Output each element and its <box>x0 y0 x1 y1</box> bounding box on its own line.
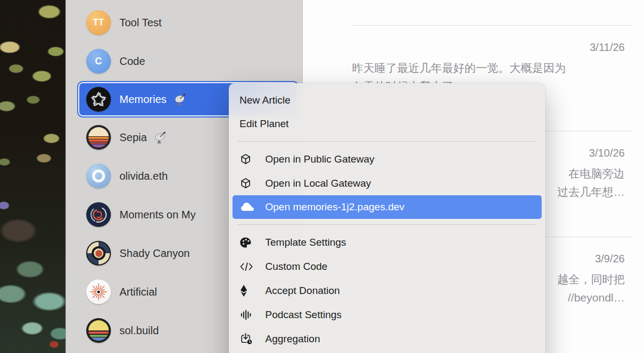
menu-item-label: Edit Planet <box>239 118 289 130</box>
planet-avatar-moments <box>86 202 111 227</box>
cube-icon <box>239 177 257 190</box>
sidebar-item-label: Code <box>119 55 145 68</box>
sidebar-item-label: Moments on My <box>119 209 196 221</box>
sidebar-item-label: olivida.eth <box>119 170 168 182</box>
sidebar-item-label: Artificial <box>119 286 157 298</box>
sidebar-item-code[interactable]: CCode <box>66 42 302 80</box>
planet-avatar-code: C <box>86 49 111 73</box>
sidebar-item-label: Shady Canyon <box>119 247 190 260</box>
menu-item-custom-code[interactable]: Custom Code <box>229 254 545 278</box>
menu-item-label: Aggregation <box>265 333 320 345</box>
planet-avatar-solbuild <box>86 318 111 343</box>
planet-avatar-sepia <box>86 125 111 150</box>
menu-item-edit-planet[interactable]: Edit Planet <box>229 112 545 136</box>
article-date: 3/11/26 <box>352 40 632 55</box>
menu-item-label: Podcast Settings <box>265 309 342 321</box>
menu-item-aggregation[interactable]: Aggregation <box>229 327 545 351</box>
sidebar-item-tool-test[interactable]: TTTool Test <box>66 3 302 42</box>
waveform-icon <box>239 308 257 321</box>
satellite-icon <box>153 131 168 144</box>
menu-separator <box>237 224 537 225</box>
code-brackets-icon <box>239 260 257 273</box>
desktop-wallpaper <box>0 0 65 353</box>
menu-item-open-in-local-gateway[interactable]: Open in Local Gateway <box>229 171 545 195</box>
planet-avatar-olivida <box>86 164 111 188</box>
menu-item-new-article[interactable]: New Article <box>229 89 545 112</box>
menu-item-label: Custom Code <box>265 261 327 273</box>
sidebar-item-label: Tool Test <box>119 17 162 29</box>
cloudflare-cloud-icon <box>239 201 257 214</box>
planet-app-window: TTTool TestCCodeMemoriesSepiaolivida.eth… <box>65 0 644 353</box>
sidebar-item-label: Memories <box>119 93 167 106</box>
menu-item-podcast-settings[interactable]: Podcast Settings <box>229 303 545 327</box>
menu-item-label: Open in Public Gateway <box>265 153 375 165</box>
article-preview-line: 昨天睡了最近几年最好的一觉。大概是因为 <box>352 59 632 77</box>
planet-avatar-tooltest: TT <box>86 10 111 35</box>
menu-item-label: New Article <box>239 94 290 106</box>
planet-avatar-memories <box>86 87 111 112</box>
menu-item-label: Open memories-1j2.pages.dev <box>265 201 405 213</box>
menu-item-accept-donation[interactable]: Accept Donation <box>229 278 545 303</box>
planet-avatar-shady <box>86 241 111 266</box>
menu-item-label: Open in Local Gateway <box>265 178 371 189</box>
menu-item-label: Template Settings <box>265 237 346 248</box>
cube-icon <box>239 153 257 166</box>
menu-item-open-in-public-gateway[interactable]: Open in Public Gateway <box>229 147 545 171</box>
menu-item-template-settings[interactable]: Template Settings <box>229 230 545 254</box>
palette-icon <box>239 236 257 249</box>
menu-item-label: Accept Donation <box>265 285 340 297</box>
aggregation-icon <box>239 333 257 345</box>
menu-separator <box>237 141 537 142</box>
satellite-icon <box>173 93 188 106</box>
sidebar-item-label: Sepia <box>119 131 147 144</box>
ethereum-icon <box>239 284 257 297</box>
sidebar-item-label: sol.build <box>119 325 159 337</box>
menu-item-open-memories-1j2-pages-dev[interactable]: Open memories-1j2.pages.dev <box>233 195 542 219</box>
planet-avatar-artificial <box>86 280 111 304</box>
planet-context-menu: New ArticleEdit PlanetOpen in Public Gat… <box>229 83 545 353</box>
